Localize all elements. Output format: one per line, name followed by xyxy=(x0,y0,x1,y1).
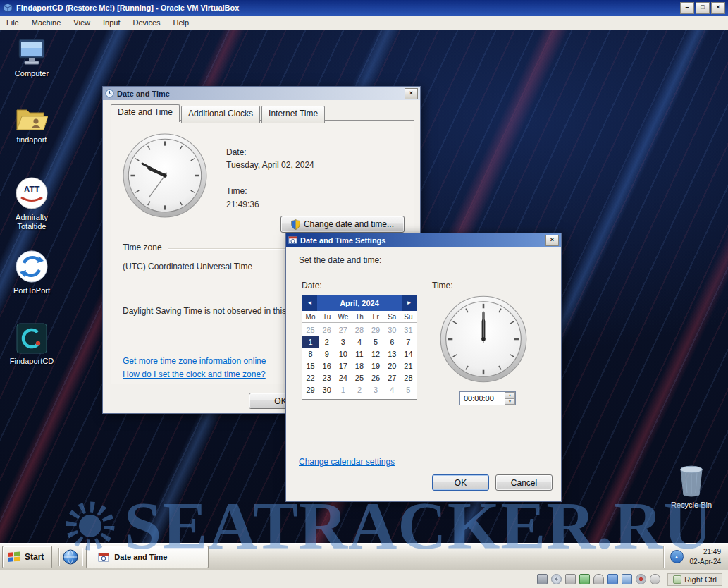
calendar-day[interactable]: 1 xyxy=(335,384,351,396)
display-icon[interactable] xyxy=(622,574,632,584)
spin-up-icon[interactable]: ▲ xyxy=(505,392,515,398)
hard-disk-icon[interactable] xyxy=(537,574,548,584)
calendar-day[interactable]: 11 xyxy=(351,348,367,360)
desktop-icon-recycle-bin[interactable]: Recycle Bin xyxy=(665,464,717,510)
calendar-day[interactable]: 6 xyxy=(384,336,400,348)
calendar-day[interactable]: 30 xyxy=(319,384,335,396)
cancel-button[interactable]: Cancel xyxy=(495,474,553,491)
close-icon[interactable]: × xyxy=(711,2,725,14)
tab-internet-time[interactable]: Internet Time xyxy=(261,106,325,123)
tab-date-and-time[interactable]: Date and Time xyxy=(111,104,180,122)
dialog-titlebar[interactable]: Date and Time × xyxy=(103,87,420,100)
menu-machine[interactable]: Machine xyxy=(25,16,68,29)
att-logo-text: ATT xyxy=(24,185,40,195)
change-date-time-label: Change date and time... xyxy=(304,219,394,229)
calendar-day[interactable]: 15 xyxy=(302,360,319,372)
audio-icon[interactable] xyxy=(565,574,576,584)
menu-input[interactable]: Input xyxy=(97,16,126,29)
calendar-day[interactable]: 22 xyxy=(302,372,319,384)
calendar-day[interactable]: 23 xyxy=(319,372,335,384)
timezone-heading: Time zone xyxy=(123,243,162,252)
calendar-day[interactable]: 20 xyxy=(384,360,400,372)
calendar-day[interactable]: 29 xyxy=(368,324,384,336)
recording-icon[interactable] xyxy=(636,574,646,584)
calendar-day[interactable]: 17 xyxy=(335,360,351,372)
desktop-icon-admiralty-totaltide[interactable]: ATT Admiralty Totaltide xyxy=(6,176,58,231)
time-field-value[interactable]: 00:00:00 xyxy=(460,392,505,405)
calendar-day[interactable]: 5 xyxy=(400,384,417,396)
desktop-icon-computer[interactable]: Computer xyxy=(6,38,58,78)
calendar-day[interactable]: 26 xyxy=(319,324,335,336)
calendar-day[interactable]: 19 xyxy=(368,360,384,372)
prev-month-button[interactable]: ◄ xyxy=(302,295,317,311)
calendar-day[interactable]: 26 xyxy=(368,372,384,384)
instruction-text: Set the date and time: xyxy=(299,255,381,265)
calendar-day[interactable]: 3 xyxy=(368,384,384,396)
calendar-day[interactable]: 14 xyxy=(400,348,417,360)
change-date-time-button[interactable]: Change date and time... xyxy=(280,216,405,233)
quick-launch-globe-icon[interactable] xyxy=(63,549,78,565)
calendar-day[interactable]: 4 xyxy=(351,336,367,348)
calendar-day[interactable]: 9 xyxy=(319,348,335,360)
calendar-day[interactable]: 31 xyxy=(400,324,417,336)
timezone-value: (UTC) Coordinated Universal Time xyxy=(123,262,252,271)
calendar-month-label[interactable]: April, 2024 xyxy=(317,299,402,307)
calendar-day[interactable]: 18 xyxy=(351,360,367,372)
calendar-day[interactable]: 30 xyxy=(384,324,400,336)
calendar-day[interactable]: 25 xyxy=(302,324,319,336)
desktop-icon-porttoport[interactable]: PortToPort xyxy=(6,250,58,295)
calendar-day[interactable]: 16 xyxy=(319,360,335,372)
minimize-icon[interactable]: – xyxy=(680,2,694,14)
close-icon[interactable]: × xyxy=(405,88,418,99)
taskbar-button-date-and-time[interactable]: Date and Time xyxy=(86,546,209,568)
calendar-day[interactable]: 13 xyxy=(384,348,400,360)
network-icon[interactable] xyxy=(579,574,590,584)
calendar-day[interactable]: 5 xyxy=(368,336,384,348)
mouse-integration-icon[interactable] xyxy=(650,574,660,584)
calendar-day[interactable]: 2 xyxy=(319,336,335,348)
calendar-day[interactable]: 2 xyxy=(351,384,367,396)
desktop-icon-findaport[interactable]: findaport xyxy=(6,104,58,145)
desktop-icon-label: FindaportCD xyxy=(10,357,54,366)
calendar-day[interactable]: 3 xyxy=(335,336,351,348)
ok-button[interactable]: OK xyxy=(432,474,489,491)
calendar-day[interactable]: 4 xyxy=(384,384,400,396)
clock-help-link[interactable]: How do I set the clock and time zone? xyxy=(123,369,266,379)
folder-icon xyxy=(16,104,48,133)
calendar-day[interactable]: 27 xyxy=(335,324,351,336)
menu-view[interactable]: View xyxy=(67,16,97,29)
tray-clock[interactable]: 21:49 02-Apr-24 xyxy=(690,547,721,566)
shared-folders-icon[interactable] xyxy=(607,574,618,584)
calendar-day[interactable]: 8 xyxy=(302,348,319,360)
calendar-day[interactable]: 28 xyxy=(400,372,417,384)
usb-icon[interactable] xyxy=(593,574,604,584)
calendar-day[interactable]: 24 xyxy=(335,372,351,384)
change-calendar-settings-link[interactable]: Change calendar settings xyxy=(299,457,395,467)
windows-logo-icon xyxy=(7,551,21,563)
optical-disk-icon[interactable] xyxy=(551,574,562,584)
calendar-day[interactable]: 10 xyxy=(335,348,351,360)
tray-chevron-icon[interactable]: ▲ xyxy=(670,550,684,563)
tab-additional-clocks[interactable]: Additional Clocks xyxy=(181,106,260,123)
dialog-titlebar[interactable]: Date and Time Settings × xyxy=(286,233,561,247)
calendar-day[interactable]: 29 xyxy=(302,384,319,396)
calendar-day[interactable]: 28 xyxy=(351,324,367,336)
start-button[interactable]: Start xyxy=(2,546,52,568)
calendar-day[interactable]: 1 xyxy=(302,336,319,348)
calendar-day[interactable]: 21 xyxy=(400,360,417,372)
time-spinner[interactable]: 00:00:00 ▲ ▼ xyxy=(459,391,516,405)
calendar-day[interactable]: 27 xyxy=(384,372,400,384)
menu-file[interactable]: File xyxy=(0,16,25,29)
calendar-day[interactable]: 7 xyxy=(400,336,417,348)
calendar-day[interactable]: 12 xyxy=(368,348,384,360)
maximize-icon[interactable]: □ xyxy=(696,2,710,14)
close-icon[interactable]: × xyxy=(545,235,559,246)
menu-help[interactable]: Help xyxy=(167,16,196,29)
calendar-header: ◄ April, 2024 ► xyxy=(302,295,417,311)
desktop-icon-findaportcd[interactable]: FindaportCD xyxy=(6,323,58,366)
timezone-info-link[interactable]: Get more time zone information online xyxy=(123,356,266,366)
next-month-button[interactable]: ► xyxy=(402,295,417,311)
menu-devices[interactable]: Devices xyxy=(126,16,166,29)
spin-down-icon[interactable]: ▼ xyxy=(505,398,515,405)
calendar-day[interactable]: 25 xyxy=(351,372,367,384)
